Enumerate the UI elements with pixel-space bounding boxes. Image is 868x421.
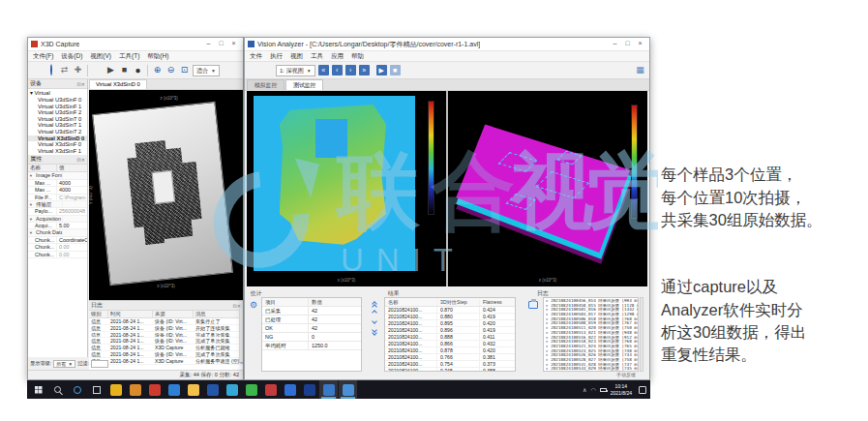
filter-text-input[interactable]: [91, 360, 108, 368]
zoom-in-icon[interactable]: ⊕: [152, 65, 163, 75]
taskbar-app-blue[interactable]: [203, 380, 222, 399]
analyzer-log-scrollbar[interactable]: [640, 297, 644, 372]
next-record-button[interactable]: ›: [345, 65, 356, 75]
manual-feedback-label[interactable]: 手动反馈: [616, 372, 636, 377]
disconnect-icon[interactable]: ✚: [73, 65, 83, 75]
heightmap-view[interactable]: x (x10^3): [247, 91, 446, 286]
prev-result-button[interactable]: [372, 311, 378, 315]
result-row[interactable]: 20210824100...0.7540.373: [385, 361, 515, 368]
maximize-icon[interactable]: □: [621, 38, 634, 50]
taskbar-clock[interactable]: 10:14 2021/8/24: [611, 383, 632, 396]
taskbar-capture-app[interactable]: [319, 380, 338, 399]
prop-row[interactable]: ▾Image Format Control: [28, 172, 87, 179]
task-view-button[interactable]: [87, 380, 105, 399]
prop-row[interactable]: Max ...4000: [28, 187, 87, 194]
filter-level-select[interactable]: 所有 ▼: [53, 360, 75, 368]
menu-item-3[interactable]: 视图(V): [90, 52, 111, 61]
minimize-icon[interactable]: –: [202, 38, 215, 50]
result-row[interactable]: 20210824100...0.8700.424: [385, 307, 515, 314]
device-tree-item[interactable]: Virtual U3dSinT 2: [28, 129, 87, 135]
device-tree-item[interactable]: Virtual X3dSinD 0: [28, 135, 87, 142]
prop-row[interactable]: Chunk...0.00: [28, 252, 87, 258]
prop-row[interactable]: ▾传输层: [28, 201, 87, 208]
record-icon[interactable]: ●: [133, 65, 143, 75]
prop-row[interactable]: Chunk...0.00: [28, 244, 87, 251]
last-record-button[interactable]: »: [359, 65, 370, 75]
stop-capture-icon[interactable]: ■: [119, 65, 130, 75]
maximize-icon[interactable]: □: [215, 38, 227, 50]
log-row[interactable]: 信息2021-08-24 1...X3D Capture分析服务申请连 (空闲): [89, 358, 243, 365]
zoom-out-icon[interactable]: ⊖: [165, 65, 176, 75]
log-row[interactable]: 信息2021-08-24 1...X3D Capture分析服务已就绪: [89, 345, 243, 351]
result-row[interactable]: 20210824100...0.8950.420: [385, 320, 515, 327]
capture-3d-canvas[interactable]: z (x10^3) y (x10^3) x (x10^3): [89, 90, 243, 304]
log-row[interactable]: 信息2021-08-24 1...设备 (ID: Virt...完成了单次采集: [89, 351, 243, 358]
search-button[interactable]: [48, 380, 67, 399]
result-row[interactable]: 20210824100...0.8880.411: [385, 334, 515, 341]
result-row[interactable]: 20210824100...0.8780.420: [385, 347, 515, 354]
notification-center-icon[interactable]: [639, 386, 646, 394]
close-icon[interactable]: ×: [634, 38, 646, 50]
prop-row[interactable]: ▾Chunk Data Control: [28, 229, 87, 236]
layout-grid-icon[interactable]: ▦: [635, 65, 645, 75]
first-result-button[interactable]: [372, 302, 378, 306]
result-row[interactable]: 20210824100...0.7660.381: [385, 354, 515, 361]
pin-close-icons[interactable]: ⊡✕: [77, 157, 85, 163]
prop-row[interactable]: ▾Acquisition Control: [28, 216, 87, 223]
menu-item-3[interactable]: 视图: [290, 52, 303, 61]
device-tree-item[interactable]: Virtual U3dSinF 2: [28, 109, 87, 116]
taskbar-app-crimson[interactable]: [261, 380, 280, 399]
stats-row[interactable]: NG0: [262, 333, 361, 342]
run-button[interactable]: ▶: [376, 65, 387, 75]
device-view-tab[interactable]: Virtual X3dSinD 0: [89, 79, 147, 89]
log-row[interactable]: 信息2021-08-24 1...设备 (ID: Virt...完成了单次采集: [89, 338, 243, 345]
prev-record-button[interactable]: ‹: [332, 65, 343, 75]
device-tree-root[interactable]: ▾ Virtual: [28, 90, 87, 97]
pin-close-icons[interactable]: ⊡✕: [77, 81, 85, 87]
device-tree-item[interactable]: Virtual U3dSinT 1: [28, 122, 87, 129]
next-result-button[interactable]: [372, 319, 378, 323]
menu-item-5[interactable]: 应用: [331, 52, 344, 61]
continuous-capture-icon[interactable]: ▶: [105, 65, 116, 75]
result-row[interactable]: 20210824100...0.8660.432: [385, 341, 515, 347]
menu-item-1[interactable]: 文件(F): [33, 52, 53, 61]
menu-item-4[interactable]: 工具(T): [119, 52, 139, 61]
flatness-3d-view[interactable]: x (x10^3): [448, 91, 647, 286]
taskbar-app-teal[interactable]: [223, 380, 241, 399]
taskbar-app-red-pdf[interactable]: [145, 380, 164, 399]
prop-row[interactable]: Chunk...CoordinateC: [28, 237, 87, 244]
analyzer-tab-2[interactable]: 测试监控: [285, 79, 323, 90]
taskbar-file-explorer[interactable]: [184, 380, 202, 399]
menu-item-5[interactable]: 帮助(H): [147, 52, 168, 61]
menu-item-1[interactable]: 文件: [250, 52, 262, 61]
taskbar-app-browser[interactable]: [165, 380, 183, 399]
device-tree-item[interactable]: Virtual U3dSinF 1: [28, 104, 87, 110]
stop-button[interactable]: ■: [390, 65, 401, 75]
taskbar-app-orange[interactable]: [126, 380, 144, 399]
log-row[interactable]: 信息2021-08-24 1...设备 (ID: Virt...完成了单次采集: [89, 332, 243, 339]
taskbar-app-navy[interactable]: [300, 380, 318, 399]
prop-row[interactable]: Acqui...5.00: [28, 223, 87, 229]
stats-row[interactable]: 平均耗时1250.0: [262, 342, 361, 350]
prop-row[interactable]: File P...C:\Program Fil...: [28, 195, 87, 201]
device-tree-item[interactable]: Virtual U3dSinF 0: [28, 97, 87, 104]
hidden-icons-chevron[interactable]: ∧: [583, 386, 586, 393]
gear-icon[interactable]: ⚙: [250, 300, 257, 310]
start-button[interactable]: [29, 380, 47, 399]
device-tree-item[interactable]: Virtual U3dSinT 0: [28, 116, 87, 123]
log-scrollbar[interactable]: [239, 309, 243, 362]
zoom-level-select[interactable]: 适合 ▼: [193, 65, 220, 76]
menu-item-6[interactable]: 帮助: [351, 52, 364, 61]
first-record-button[interactable]: «: [318, 65, 329, 75]
menu-item-2[interactable]: 执行: [270, 52, 283, 61]
minimize-icon[interactable]: –: [609, 38, 621, 50]
battery-icon[interactable]: [600, 388, 607, 392]
menu-item-4[interactable]: 工具: [311, 52, 323, 61]
printer-icon[interactable]: [528, 301, 538, 309]
result-row[interactable]: 20210824100...0.8960.419: [385, 327, 515, 334]
taskbar-app-green[interactable]: [242, 380, 260, 399]
taskbar-app-yellow[interactable]: [106, 380, 125, 399]
pin-close-icons[interactable]: ⊡✕: [233, 303, 241, 309]
prop-row[interactable]: Paylo...256000048: [28, 208, 87, 215]
refresh-icon[interactable]: [50, 64, 52, 75]
